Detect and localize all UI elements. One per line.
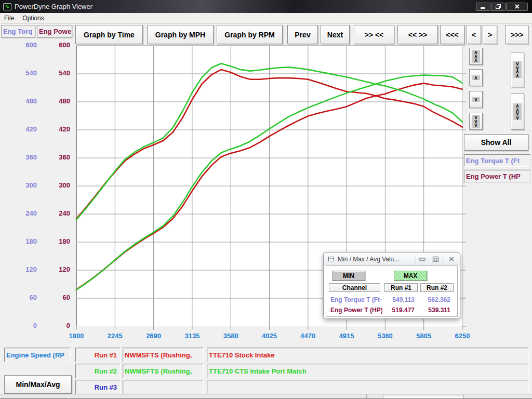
triple-up-chevron-icon: ∧ ∧ ∧ xyxy=(474,50,477,62)
power-axis-tick-420: 420 xyxy=(59,125,70,134)
down-down-up-up-chevron-icon: ∨ ∨ ∧ ∧ xyxy=(515,62,519,77)
scroll-right-button[interactable]: > xyxy=(483,25,497,44)
graph-by-time-button[interactable]: Graph by Time xyxy=(75,25,143,44)
run3-label-box[interactable]: Run #3 xyxy=(75,380,121,394)
rpm-axis-tick-6250: 6250 xyxy=(455,332,470,340)
up-up-down-down-chevron-icon: ∧ ∧ ∨ ∨ xyxy=(515,104,519,119)
minmax-avg-button[interactable]: Min/Max/Avg xyxy=(4,375,72,394)
triple-down-chevron-icon: ∨ ∨ ∨ xyxy=(474,115,477,127)
min-toggle-button[interactable]: MIN xyxy=(332,271,365,281)
zoom-in-x-button[interactable]: >> << xyxy=(354,25,394,44)
title-bar[interactable]: ∿ PowerDyne Graph Viewer xyxy=(0,0,532,13)
prev-button[interactable]: Prev xyxy=(287,25,318,44)
minmax-power-run2-value: 539.311 xyxy=(420,307,450,314)
close-icon xyxy=(514,4,520,9)
minmax-window-controls xyxy=(415,255,460,263)
scroll-down-button[interactable]: ∨ xyxy=(469,91,483,108)
down-chevron-icon: ∨ xyxy=(474,98,477,102)
rpm-axis-tick-3580: 3580 xyxy=(223,332,238,340)
up-chevron-icon: ∧ xyxy=(474,76,477,80)
power-axis-tick-480: 480 xyxy=(59,97,70,105)
status-bar xyxy=(0,394,532,399)
run2-label-box[interactable]: Run #2 xyxy=(75,364,121,378)
run2-file-box[interactable]: NWMSFTS (Rushing, xyxy=(123,364,204,378)
run1-label-box[interactable]: Run #1 xyxy=(75,348,121,362)
next-button[interactable]: Next xyxy=(321,25,350,44)
column-header-run2: Run #2 xyxy=(420,283,454,292)
y-zoom-in-button[interactable]: ∨ ∨ ∧ ∧ xyxy=(511,52,524,87)
channel-label-torque[interactable]: Eng Torque T (Ft xyxy=(464,154,530,167)
restore-icon xyxy=(495,4,501,9)
rpm-axis-tick-4470: 4470 xyxy=(300,332,315,340)
close-button[interactable] xyxy=(506,3,528,11)
scroll-up-button[interactable]: ∧ xyxy=(469,69,483,86)
power-axis-tick-120: 120 xyxy=(59,265,70,274)
minmax-row-power-label: Eng Power T (HP) xyxy=(330,307,382,314)
minmax-body: MIN MAX Channel Run #1 Run #2 Eng Torque… xyxy=(326,265,458,317)
power-axis-tick-240: 240 xyxy=(59,209,70,218)
power-axis-tick-60: 60 xyxy=(63,294,70,302)
minmax-close-button[interactable] xyxy=(442,255,460,263)
minimize-button[interactable] xyxy=(476,3,490,11)
x-channel-box[interactable]: Engine Speed (RP xyxy=(4,348,71,362)
show-all-button[interactable]: Show All xyxy=(464,134,528,151)
minmax-row-torque-label: Eng Torque T (Ft- xyxy=(330,296,382,303)
power-axis-tick-300: 300 xyxy=(59,181,70,190)
restore-icon xyxy=(432,256,439,262)
run3-file-box[interactable] xyxy=(123,380,204,394)
scrollbar-thumb[interactable] xyxy=(383,395,464,399)
rpm-axis-tick-1800: 1800 xyxy=(69,332,84,340)
rpm-axis-tick-4025: 4025 xyxy=(262,332,277,340)
restore-button[interactable] xyxy=(491,3,506,11)
rpm-axis-tick-5360: 5360 xyxy=(378,332,393,340)
graph-by-rpm-button[interactable]: Graph by RPM xyxy=(217,25,283,44)
run1-description-box[interactable]: TTE710 Stock Intake xyxy=(207,348,529,362)
minmax-window-icon xyxy=(328,256,335,262)
scroll-left-button[interactable]: < xyxy=(467,25,481,44)
scroll-up-triple-button[interactable]: ∧ ∧ ∧ xyxy=(469,48,483,65)
power-axis-tick-360: 360 xyxy=(59,153,70,162)
window-controls xyxy=(475,3,532,11)
power-axis-scale: 060120180240300360420480540600 xyxy=(0,0,70,399)
minmax-window-title: Min / Max / Avg Valu... xyxy=(338,256,399,263)
close-icon xyxy=(448,256,455,262)
scroll-right-fast-button[interactable]: >>> xyxy=(506,25,528,44)
zoom-out-x-button[interactable]: << >> xyxy=(397,25,438,44)
minmax-title-bar[interactable]: Min / Max / Avg Valu... xyxy=(324,252,460,265)
column-header-run1: Run #1 xyxy=(384,283,418,292)
power-axis-tick-600: 600 xyxy=(59,41,70,49)
minmax-window: Min / Max / Avg Valu... xyxy=(323,252,460,319)
minmax-minimize-button[interactable] xyxy=(415,255,429,263)
run3-description-box[interactable] xyxy=(207,380,529,394)
minmax-restore-button[interactable] xyxy=(429,255,442,263)
minimize-icon xyxy=(419,257,426,262)
run1-file-box[interactable]: NWMSFTS (Rushing, xyxy=(123,348,204,362)
status-bar-divider xyxy=(366,394,367,399)
graph-by-mph-button[interactable]: Graph by MPH xyxy=(147,25,214,44)
rpm-axis-tick-5805: 5805 xyxy=(416,332,431,340)
minmax-torque-run2-value: 562.362 xyxy=(420,296,450,303)
channel-label-power[interactable]: Eng Power T (HP xyxy=(464,170,530,182)
max-toggle-button[interactable]: MAX xyxy=(394,271,427,281)
scroll-down-triple-button[interactable]: ∨ ∨ ∨ xyxy=(469,113,483,130)
rpm-axis-tick-4915: 4915 xyxy=(339,332,354,340)
run2-description-box[interactable]: TTE710 CTS Intake Port Match xyxy=(207,364,529,378)
scroll-left-fast-button[interactable]: <<< xyxy=(440,25,464,44)
rpm-axis-tick-2245: 2245 xyxy=(108,332,123,340)
column-header-channel: Channel xyxy=(329,283,380,292)
power-axis-tick-0: 0 xyxy=(66,322,70,330)
y-zoom-out-button[interactable]: ∧ ∧ ∨ ∨ xyxy=(511,94,524,130)
power-axis-tick-180: 180 xyxy=(59,237,70,246)
menu-bar: File Options xyxy=(0,13,532,24)
rpm-axis-tick-3135: 3135 xyxy=(184,332,200,340)
rpm-axis-tick-2690: 2690 xyxy=(146,332,161,340)
minmax-power-run1-value: 519.477 xyxy=(384,307,415,314)
minimize-icon xyxy=(480,4,486,9)
minmax-torque-run1-value: 549.113 xyxy=(384,296,415,303)
rpm-axis-scale: 1800224526903135358040254470491553605805… xyxy=(76,332,462,341)
app-window: ∿ PowerDyne Graph Viewer File Options E xyxy=(0,0,532,399)
power-axis-tick-540: 540 xyxy=(59,69,70,77)
